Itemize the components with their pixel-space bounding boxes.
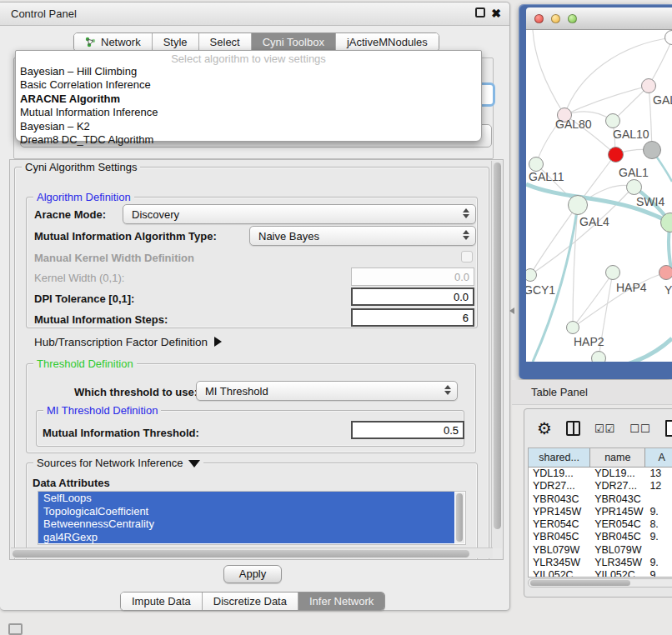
- which-threshold-value: MI Threshold: [205, 385, 268, 398]
- tab-select[interactable]: Select: [199, 33, 252, 51]
- collapse-down-icon[interactable]: [188, 460, 200, 468]
- window-zoom-button[interactable]: [568, 14, 577, 23]
- floating-panel-icon[interactable]: [8, 623, 23, 635]
- network-node-gal1[interactable]: [608, 147, 624, 162]
- float-window-icon[interactable]: [475, 8, 485, 18]
- combo-arrows-icon: [463, 230, 469, 240]
- network-edge[interactable]: [533, 30, 564, 115]
- column-header-A[interactable]: A: [645, 448, 672, 467]
- algorithm-option[interactable]: Bayesian – K2: [16, 120, 481, 133]
- network-node-hap2[interactable]: [566, 321, 579, 334]
- network-node-gal4[interactable]: [568, 195, 588, 215]
- algorithm-option[interactable]: Bayesian – Hill Climbing: [16, 65, 481, 78]
- table-cell: YBR043C: [529, 493, 590, 506]
- algorithm-option[interactable]: Mutual Information Inference: [16, 106, 481, 119]
- table-row[interactable]: YBR043CYBR043C: [529, 493, 672, 506]
- unchecked-checkboxes-icon[interactable]: ☐☐: [629, 422, 650, 435]
- node-attribute-table[interactable]: shared...nameA YDL19...YDL19...13YDR27..…: [528, 448, 672, 578]
- cyni-settings-scroll-area: Cyni Algorithm Settings Algorithm Defini…: [9, 159, 504, 560]
- settings-vertical-scrollbar[interactable]: [491, 161, 502, 548]
- table-cell: YBL079W: [590, 544, 645, 557]
- attributes-list-scrollbar[interactable]: [455, 492, 464, 543]
- algorithm-option[interactable]: Dream8 DC_TDC Algorithm: [16, 133, 481, 147]
- manual-kernel-width-checkbox[interactable]: [461, 251, 473, 262]
- table-row[interactable]: YBL079WYBL079W: [529, 544, 672, 557]
- network-edge[interactable]: [573, 272, 613, 328]
- mi-threshold-field[interactable]: [351, 421, 464, 439]
- attribute-item[interactable]: SelfLoops: [38, 492, 454, 505]
- table-cell: [645, 493, 672, 506]
- window-minimize-button[interactable]: [551, 14, 560, 23]
- gear-icon[interactable]: ⚙: [537, 420, 552, 437]
- column-header-name[interactable]: name: [590, 448, 645, 467]
- manual-kernel-width-label: Manual Kernel Width Definition: [34, 252, 194, 264]
- tab-style[interactable]: Style: [153, 33, 199, 51]
- network-node-hap4[interactable]: [605, 265, 620, 280]
- network-node[interactable]: [591, 351, 606, 362]
- table-cell: YDR27...: [529, 480, 590, 492]
- tab-jactivemnodules[interactable]: jActiveMNodules: [336, 33, 439, 51]
- node-label: HAP2: [574, 335, 604, 348]
- hub-definition-toggle[interactable]: Hub/Transcription Factor Definition: [34, 336, 222, 348]
- table-row[interactable]: YDL19...YDL19...13: [529, 468, 672, 480]
- algorithm-option[interactable]: ARACNE Algorithm: [16, 92, 481, 106]
- combo-arrows-icon: [444, 385, 451, 395]
- table-row[interactable]: YDR27...YDR27...12: [529, 480, 672, 492]
- table-panel-title: Table Panel: [531, 386, 588, 398]
- node-label: GAL80: [555, 118, 592, 131]
- tab-network[interactable]: Network: [74, 33, 153, 51]
- node-label: GAL10: [613, 128, 649, 141]
- node-label: Y: [664, 283, 672, 297]
- table-row[interactable]: YBR045CYBR045C9.: [529, 531, 672, 543]
- table-cell: YER054C: [590, 518, 645, 531]
- table-row[interactable]: YLR345WYLR345W9.: [529, 557, 672, 569]
- control-panel-title: Control Panel: [11, 8, 77, 20]
- network-node-gal10[interactable]: [605, 113, 620, 128]
- data-attributes-list[interactable]: SelfLoopsTopologicalCoefficientBetweenne…: [38, 491, 466, 545]
- table-panel: ⚙ ☑☑ ☐☐ shared...nameA YDL19...YDL19...1…: [524, 408, 672, 598]
- which-threshold-combobox[interactable]: MI Threshold: [196, 381, 458, 401]
- network-edge[interactable]: [624, 338, 672, 362]
- document-icon[interactable]: [665, 420, 672, 437]
- control-panel-titlebar: Control Panel ✖: [0, 2, 509, 26]
- settings-horizontal-scrollbar[interactable]: [11, 548, 493, 558]
- kernel-width-field[interactable]: [351, 268, 474, 286]
- data-attributes-label: Data Attributes: [33, 477, 110, 489]
- tab-cyni-toolbox[interactable]: Cyni Toolbox: [252, 33, 336, 51]
- attribute-item[interactable]: BetweennessCentrality: [38, 518, 454, 531]
- network-node-y[interactable]: [659, 265, 672, 280]
- network-canvas[interactable]: GALGAL80GAL10GAL1GAL11SWI4GAL4GCY1HAP4YH…: [526, 30, 672, 362]
- network-node[interactable]: [643, 141, 661, 159]
- mi-steps-field[interactable]: [351, 308, 474, 327]
- sources-title-text: Sources for Network Inference: [37, 457, 183, 469]
- apply-button[interactable]: Apply: [223, 565, 282, 583]
- window-close-button[interactable]: [534, 14, 544, 23]
- table-horizontal-scrollbar[interactable]: [528, 578, 672, 588]
- attribute-item[interactable]: TopologicalCoefficient: [38, 505, 454, 518]
- table-row[interactable]: YER054CYER054C8.: [529, 518, 672, 531]
- network-node-gal[interactable]: [641, 78, 656, 93]
- tab-impute-data[interactable]: Impute Data: [121, 592, 203, 610]
- panel-splitter-handle[interactable]: [509, 308, 515, 314]
- attribute-item[interactable]: gal4RGexp: [38, 531, 454, 544]
- network-window-titlebar[interactable]: [526, 8, 672, 30]
- mi-algorithm-type-combobox[interactable]: Naive Bayes: [249, 226, 476, 246]
- aracne-mode-value: Discovery: [132, 208, 179, 221]
- node-label: GAL4: [579, 215, 609, 228]
- network-node-swi4[interactable]: [626, 179, 642, 195]
- algorithm-option[interactable]: Basic Correlation Inference: [16, 78, 481, 92]
- aracne-mode-combobox[interactable]: Discovery: [123, 204, 476, 224]
- table-cell: YER054C: [529, 518, 590, 531]
- tab-discretize-data[interactable]: Discretize Data: [203, 592, 298, 610]
- table-cell: 9.: [645, 557, 672, 569]
- dpi-tolerance-field[interactable]: [351, 288, 474, 306]
- tab-infer-network[interactable]: Infer Network: [298, 592, 384, 610]
- table-row[interactable]: YIL052CYIL052C9: [529, 569, 672, 578]
- checked-checkboxes-icon[interactable]: ☑☑: [594, 422, 615, 435]
- table-row[interactable]: YPR145WYPR145W9.: [529, 506, 672, 518]
- column-header-shared[interactable]: shared...: [529, 448, 590, 467]
- close-panel-icon[interactable]: ✖: [491, 8, 501, 19]
- control-panel-tab-bar: NetworkStyleSelectCyni ToolboxjActiveMNo…: [73, 32, 439, 52]
- table-cell: 12: [645, 480, 672, 492]
- split-view-icon[interactable]: [566, 421, 580, 436]
